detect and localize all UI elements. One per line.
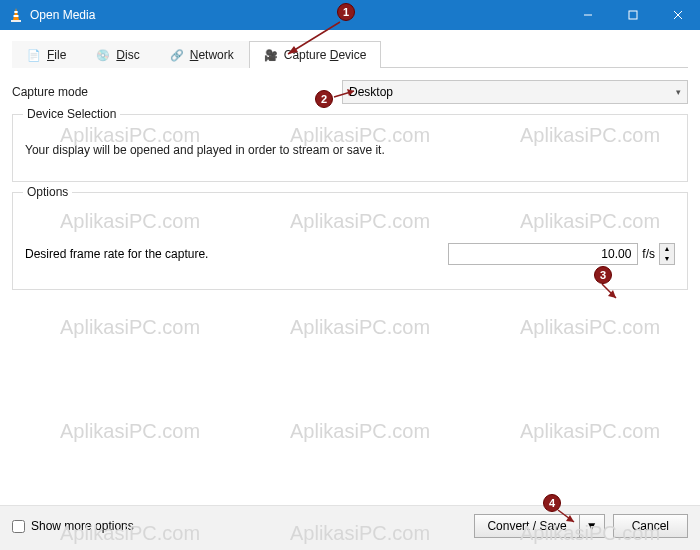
svg-rect-5 (629, 11, 637, 19)
minimize-button[interactable] (565, 0, 610, 30)
vlc-icon (8, 7, 24, 23)
spacer (12, 300, 688, 410)
show-more-options-input[interactable] (12, 520, 25, 533)
frame-rate-spinner: f/s ▲ ▼ (448, 243, 675, 265)
maximize-button[interactable] (610, 0, 655, 30)
tab-file[interactable]: 📄 File (12, 41, 81, 68)
show-more-options-checkbox[interactable]: Show more options (12, 519, 134, 533)
annotation-arrow-2 (332, 87, 360, 101)
spin-up-button[interactable]: ▲ (660, 244, 674, 254)
options-group: Options Desired frame rate for the captu… (12, 192, 688, 290)
cancel-button[interactable]: Cancel (613, 514, 688, 538)
annotation-arrow-3 (598, 282, 622, 302)
svg-marker-9 (288, 46, 298, 54)
annotation-arrow-1 (280, 20, 350, 60)
annotation-bubble-3: 3 (594, 266, 612, 284)
tab-bar: 📄 File 💿 Disc 🔗 Network 🎥 Capture Device (12, 40, 688, 68)
watermark: AplikasiPC.com (520, 420, 660, 443)
frame-rate-unit: f/s (642, 247, 655, 261)
svg-rect-1 (11, 20, 21, 22)
tab-disc[interactable]: 💿 Disc (81, 41, 154, 68)
file-icon: 📄 (27, 48, 41, 62)
annotation-arrow-4 (556, 508, 580, 526)
device-selection-group: Device Selection Your display will be op… (12, 114, 688, 182)
network-icon: 🔗 (170, 48, 184, 62)
disc-icon: 💿 (96, 48, 110, 62)
annotation-bubble-4: 4 (543, 494, 561, 512)
device-selection-legend: Device Selection (23, 107, 120, 121)
capture-mode-label: Capture mode (12, 85, 342, 99)
annotation-bubble-2: 2 (315, 90, 333, 108)
watermark: AplikasiPC.com (60, 420, 200, 443)
svg-marker-11 (347, 89, 354, 96)
capture-icon: 🎥 (264, 48, 278, 62)
svg-marker-0 (13, 8, 19, 20)
watermark: AplikasiPC.com (290, 420, 430, 443)
convert-save-dropdown-button[interactable]: ▼ (580, 514, 605, 538)
capture-mode-dropdown[interactable]: Desktop ▾ (342, 80, 688, 104)
close-button[interactable] (655, 0, 700, 30)
frame-rate-label: Desired frame rate for the capture. (25, 247, 405, 261)
tab-network[interactable]: 🔗 Network (155, 41, 249, 68)
chevron-down-icon: ▾ (676, 87, 681, 97)
svg-rect-3 (14, 15, 19, 17)
frame-rate-input[interactable] (448, 243, 638, 265)
annotation-bubble-1: 1 (337, 3, 355, 21)
convert-save-splitbutton: Convert / Save ▼ (474, 514, 604, 538)
spin-down-button[interactable]: ▼ (660, 254, 674, 264)
options-legend: Options (23, 185, 72, 199)
dialog-footer: Show more options Convert / Save ▼ Cance… (0, 505, 700, 550)
device-selection-desc: Your display will be opened and played i… (25, 143, 675, 157)
svg-rect-2 (14, 11, 17, 13)
